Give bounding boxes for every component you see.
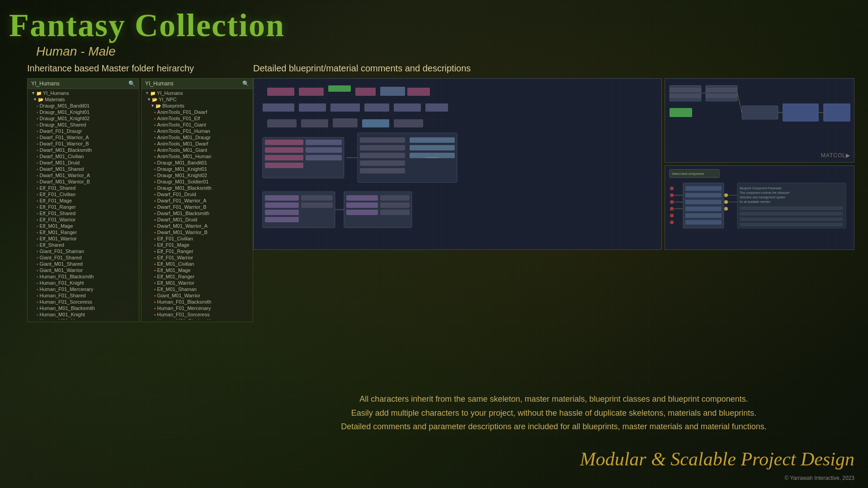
list-item[interactable]: ▪Draugr_M01_Knight02 — [142, 172, 253, 178]
list-item[interactable]: ▪Dwarf_M01_Druid — [142, 216, 253, 223]
list-item[interactable]: ▪Dwarf_M01_Warrior_B — [142, 229, 253, 235]
folder-panel-right[interactable]: YI_Humans 🔍 ▼ 📁 YI_Humans ▼ 📂 YI_NPC — [141, 78, 253, 322]
list-item[interactable]: ▪Human_F01_Mercenary — [28, 286, 139, 292]
list-item[interactable]: ▪Dwarf_F01_Warrior_A — [28, 134, 139, 141]
list-item[interactable]: ▪Elf_F01_Shared — [28, 185, 139, 191]
list-item[interactable]: ▪Dwarf_M01_Druid — [28, 160, 139, 166]
list-item[interactable]: ▪Human_F01_Blacksmith — [28, 273, 139, 280]
folders-container: YI_Humans 🔍 ▼ 📁 YI_Humans ▼ 📂 Materials — [27, 78, 253, 322]
folder-panel-left[interactable]: YI_Humans 🔍 ▼ 📁 YI_Humans ▼ 📂 Materials — [27, 78, 139, 322]
svg-rect-57 — [706, 88, 737, 92]
list-item[interactable]: ▼ 📁 YI_Humans — [142, 90, 253, 96]
svg-rect-41 — [301, 202, 333, 208]
svg-rect-46 — [380, 195, 410, 201]
svg-rect-32 — [410, 137, 455, 143]
list-item[interactable]: ▪AnimTools_M01_Giant — [142, 147, 253, 153]
list-item[interactable]: ▼ 📂 Blueprints — [142, 103, 253, 109]
list-item[interactable]: ▼ 📁 YI_Humans — [28, 90, 139, 96]
list-item[interactable]: ▪Elf_Shared — [28, 242, 139, 248]
list-item[interactable]: ▪Dwarf_M01_Civilian — [28, 153, 139, 160]
list-item[interactable]: ▪Elf_F01_Mage — [28, 197, 139, 204]
svg-rect-36 — [265, 195, 299, 201]
list-item[interactable]: ▪Elf_F01_Civilian — [28, 191, 139, 197]
list-item[interactable]: ▪Dwarf_M01_Warrior_A — [142, 223, 253, 229]
list-item[interactable]: ▪Elf_F01_Civilian — [142, 235, 253, 242]
list-item[interactable]: ▼ 📂 Materials — [28, 96, 139, 103]
svg-rect-77 — [685, 186, 722, 191]
blueprint-frames-right: MATCOL▶ Select best component — [665, 78, 854, 250]
svg-rect-15 — [333, 118, 358, 127]
svg-rect-20 — [265, 147, 303, 153]
svg-rect-37 — [265, 202, 299, 208]
svg-rect-45 — [346, 210, 378, 215]
list-item[interactable]: ▪AnimTools_F01_Dwarf — [142, 109, 253, 115]
list-item[interactable]: ▪Human_F01_Knight — [28, 280, 139, 286]
list-item[interactable]: ▪Draugr_M01_Bandit01 — [28, 103, 139, 109]
right-search-icon[interactable]: 🔍 — [242, 80, 249, 87]
list-item[interactable]: ▪Dwarf_M01_Warrior_A — [28, 172, 139, 178]
list-item[interactable]: ▪Dwarf_M01_Warrior_B — [28, 178, 139, 185]
svg-rect-34 — [410, 153, 455, 158]
list-item[interactable]: ▪Elf_M01_Ranger — [28, 229, 139, 235]
list-item[interactable]: ▪AnimTools_F01_Elf — [142, 115, 253, 122]
list-item[interactable]: ▪Giant_F01_Shaman — [28, 248, 139, 254]
list-item[interactable]: ▪Human_M01_Blacksmith — [28, 305, 139, 311]
list-item[interactable]: ▪AnimTools_M01_Human — [142, 153, 253, 160]
right-folder-list[interactable]: ▼ 📁 YI_Humans ▼ 📂 YI_NPC ▼ 📂 Blueprints — [142, 89, 253, 319]
list-item[interactable]: ▪Human_F01_Sorceress — [28, 299, 139, 305]
list-item[interactable]: ▪Dwarf_F01_Druid — [142, 191, 253, 197]
list-item[interactable]: ▪Elf_M01_Shaman — [142, 286, 253, 292]
list-item[interactable]: ▪AnimTools_M01_Dwarf — [142, 141, 253, 147]
svg-rect-24 — [306, 147, 342, 153]
list-item[interactable]: ▪Elf_F01_Warrior — [28, 216, 139, 223]
list-item[interactable]: ▪Dwarf_F01_Warrior_B — [28, 141, 139, 147]
svg-point-83 — [724, 207, 728, 211]
left-search-icon[interactable]: 🔍 — [128, 80, 135, 87]
left-panel-header-label: YI_Humans — [31, 80, 60, 87]
list-item[interactable]: ▪Human_F01_Blacksmith — [142, 299, 253, 305]
folder-panel-left-header: YI_Humans 🔍 — [28, 79, 139, 89]
list-item[interactable]: ▪Giant_F01_Shared — [28, 254, 139, 261]
list-item[interactable]: ▪Dwarf_M01_Shared — [28, 166, 139, 172]
list-item[interactable]: ▪Dwarf_M01_Blacksmith — [142, 210, 253, 216]
list-item[interactable]: ▪Dwarf_F01_Draugr — [28, 128, 139, 134]
list-item[interactable]: ▪Human_M01_Blacksmith — [142, 318, 253, 319]
list-item[interactable]: ▪AnimTools_F01_Giant — [142, 122, 253, 128]
list-item[interactable]: ▪Human_M01_Mercenary — [28, 318, 139, 319]
list-item[interactable]: ▪Elf_M01_Mage — [142, 267, 253, 273]
svg-rect-94 — [740, 223, 843, 226]
list-item[interactable]: ▪Human_F01_Sorceress — [142, 311, 253, 318]
list-item[interactable]: ▪Elf_M01_Mage — [28, 223, 139, 229]
list-item[interactable]: ▪Dwarf_F01_Warrior_A — [142, 197, 253, 204]
list-item[interactable]: ▪Elf_F01_Shared — [28, 210, 139, 216]
list-item[interactable]: ▪Giant_M01_Warrior — [142, 292, 253, 299]
left-folder-list[interactable]: ▼ 📁 YI_Humans ▼ 📂 Materials ▪Draugr_M01_… — [28, 89, 139, 319]
list-item[interactable]: ▪AnimTools_M01_Draugr — [142, 134, 253, 141]
list-item[interactable]: ▪Elf_M01_Warrior — [142, 280, 253, 286]
list-item[interactable]: ▪Giant_M01_Warrior — [28, 267, 139, 273]
list-item[interactable]: ▪Human_M01_Knight — [28, 311, 139, 318]
list-item[interactable]: ▪Draugr_M01_Soldier01 — [142, 178, 253, 185]
list-item[interactable]: ▪Elf_F01_Warrior — [142, 254, 253, 261]
list-item[interactable]: ▪AnimTools_F01_Human — [142, 128, 253, 134]
list-item[interactable]: ▪Draugr_M01_Knight02 — [28, 115, 139, 122]
list-item[interactable]: ▪Dwarf_F01_Warrior_B — [142, 204, 253, 210]
svg-point-70 — [670, 187, 674, 190]
list-item[interactable]: ▪Draugr_M01_Blacksmith — [142, 185, 253, 191]
list-item[interactable]: ▪Draugr_M01_Shared — [28, 122, 139, 128]
list-item[interactable]: ▪Dwarf_M01_Blacksmith — [28, 147, 139, 153]
list-item[interactable]: ▪Elf_F01_Ranger — [142, 248, 253, 254]
list-item[interactable]: ▪Human_F01_Shared — [28, 292, 139, 299]
list-item[interactable]: ▪Elf_F01_Mage — [142, 242, 253, 248]
list-item[interactable]: ▼ 📂 YI_NPC — [142, 96, 253, 103]
list-item[interactable]: ▪Elf_M01_Civilian — [142, 261, 253, 267]
svg-rect-93 — [740, 217, 843, 221]
list-item[interactable]: ▪Draugr_M01_Knight01 — [142, 166, 253, 172]
list-item[interactable]: ▪Elf_M01_Warrior — [28, 235, 139, 242]
list-item[interactable]: ▪Elf_M01_Ranger — [142, 273, 253, 280]
list-item[interactable]: ▪Giant_M01_Shared — [28, 261, 139, 267]
list-item[interactable]: ▪Draugr_M01_Bandit01 — [142, 160, 253, 166]
list-item[interactable]: ▪Elf_F01_Ranger — [28, 204, 139, 210]
list-item[interactable]: ▪Draugr_M01_Knight01 — [28, 109, 139, 115]
list-item[interactable]: ▪Human_F01_Mercenary — [142, 305, 253, 311]
